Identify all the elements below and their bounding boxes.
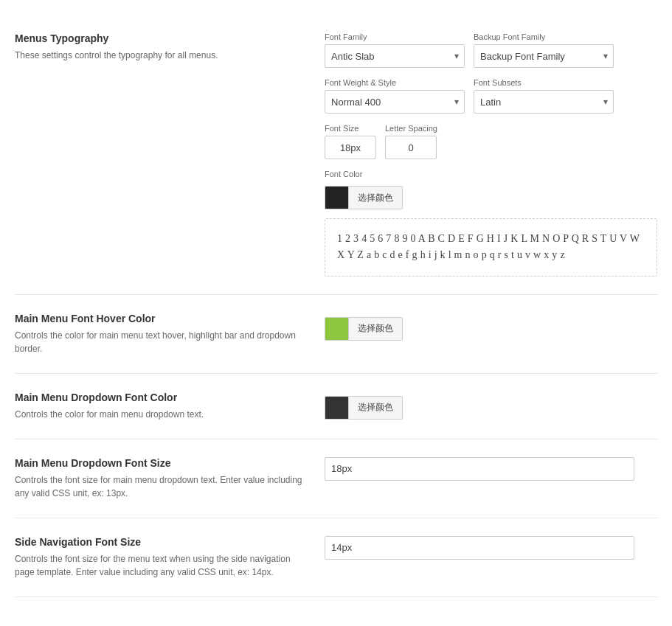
dropdown-color-section: Main Menu Dropdown Font Color Controls t… <box>15 374 657 439</box>
main-menu-hover-section: Main Menu Font Hover Color Controls the … <box>15 295 657 374</box>
side-nav-size-section: Side Navigation Font Size Controls the f… <box>15 518 657 597</box>
font-family-group: Font Family Antic Slab Arial Georgia <box>325 32 465 68</box>
font-family-row: Font Family Antic Slab Arial Georgia Bac… <box>325 32 657 68</box>
font-size-group: Font Size <box>325 124 376 159</box>
font-subsets-select[interactable]: Latin Latin Extended Cyrillic <box>474 90 614 114</box>
font-size-input[interactable] <box>325 136 376 159</box>
dropdown-color-swatch <box>325 396 348 420</box>
hover-controls: 选择颜色 <box>325 313 657 355</box>
section-left: Menus Typography These settings control … <box>15 32 325 277</box>
font-color-group: Font Color 选择颜色 <box>325 170 657 209</box>
hover-desc: Controls the color for main menu text ho… <box>15 329 302 355</box>
backup-font-select-wrapper: Backup Font Family Arial Helvetica <box>474 44 614 68</box>
font-color-swatch <box>325 186 348 209</box>
hover-color-swatch <box>325 317 348 341</box>
dropdown-color-left: Main Menu Dropdown Font Color Controls t… <box>15 392 325 421</box>
font-weight-label: Font Weight & Style <box>325 78 465 87</box>
dropdown-color-row: 选择颜色 <box>325 396 657 420</box>
dropdown-color-controls: 选择颜色 <box>325 392 657 421</box>
menus-typography-desc: These settings control the typography fo… <box>15 49 302 62</box>
menus-typography-section: Menus Typography These settings control … <box>15 15 657 295</box>
font-preview: 1 2 3 4 5 6 7 8 9 0 A B C D E F G H I J … <box>325 218 657 277</box>
font-weight-select[interactable]: Normal 400 Bold 700 Light 300 <box>325 90 465 114</box>
font-weight-group: Font Weight & Style Normal 400 Bold 700 … <box>325 78 465 114</box>
dropdown-size-left: Main Menu Dropdown Font Size Controls th… <box>15 457 325 500</box>
dropdown-size-section: Main Menu Dropdown Font Size Controls th… <box>15 439 657 518</box>
hover-section-left: Main Menu Font Hover Color Controls the … <box>15 313 325 355</box>
menus-typography-title: Menus Typography <box>15 32 302 44</box>
font-color-button[interactable]: 选择颜色 <box>348 186 403 209</box>
font-subsets-select-wrapper: Latin Latin Extended Cyrillic <box>474 90 614 114</box>
dropdown-size-input[interactable] <box>325 457 634 481</box>
side-nav-size-desc: Controls the font size for the menu text… <box>15 552 302 579</box>
letter-spacing-group: Letter Spacing <box>385 124 437 159</box>
font-family-label: Font Family <box>325 32 465 41</box>
backup-font-select[interactable]: Backup Font Family Arial Helvetica <box>474 44 614 68</box>
font-family-select-wrapper: Antic Slab Arial Georgia <box>325 44 465 68</box>
hover-title: Main Menu Font Hover Color <box>15 313 302 324</box>
backup-font-label: Backup Font Family <box>474 32 614 41</box>
font-weight-row: Font Weight & Style Normal 400 Bold 700 … <box>325 78 657 114</box>
font-color-label: Font Color <box>325 170 657 178</box>
side-nav-size-left: Side Navigation Font Size Controls the f… <box>15 536 325 579</box>
dropdown-color-desc: Controls the color for main menu dropdow… <box>15 408 302 421</box>
dropdown-color-title: Main Menu Dropdown Font Color <box>15 392 302 403</box>
dropdown-size-desc: Controls the font size for main menu dro… <box>15 473 302 500</box>
hover-color-button[interactable]: 选择颜色 <box>348 317 403 341</box>
font-subsets-group: Font Subsets Latin Latin Extended Cyrill… <box>474 78 614 114</box>
font-subsets-label: Font Subsets <box>474 78 614 87</box>
backup-font-group: Backup Font Family Backup Font Family Ar… <box>474 32 614 68</box>
dropdown-size-title: Main Menu Dropdown Font Size <box>15 457 302 469</box>
letter-spacing-label: Letter Spacing <box>385 124 437 133</box>
font-family-select[interactable]: Antic Slab Arial Georgia <box>325 44 465 68</box>
dropdown-color-button[interactable]: 选择颜色 <box>348 396 403 420</box>
hover-color-row: 选择颜色 <box>325 317 657 341</box>
font-size-row: Font Size Letter Spacing <box>325 124 657 159</box>
menus-typography-controls: Font Family Antic Slab Arial Georgia Bac… <box>325 32 657 277</box>
side-nav-size-controls <box>325 536 657 579</box>
side-nav-size-title: Side Navigation Font Size <box>15 536 302 548</box>
dropdown-size-controls <box>325 457 657 500</box>
side-nav-size-input[interactable] <box>325 536 634 560</box>
font-weight-select-wrapper: Normal 400 Bold 700 Light 300 <box>325 90 465 114</box>
font-color-row: 选择颜色 <box>325 186 657 209</box>
font-size-label: Font Size <box>325 124 376 133</box>
letter-spacing-input[interactable] <box>385 136 437 159</box>
